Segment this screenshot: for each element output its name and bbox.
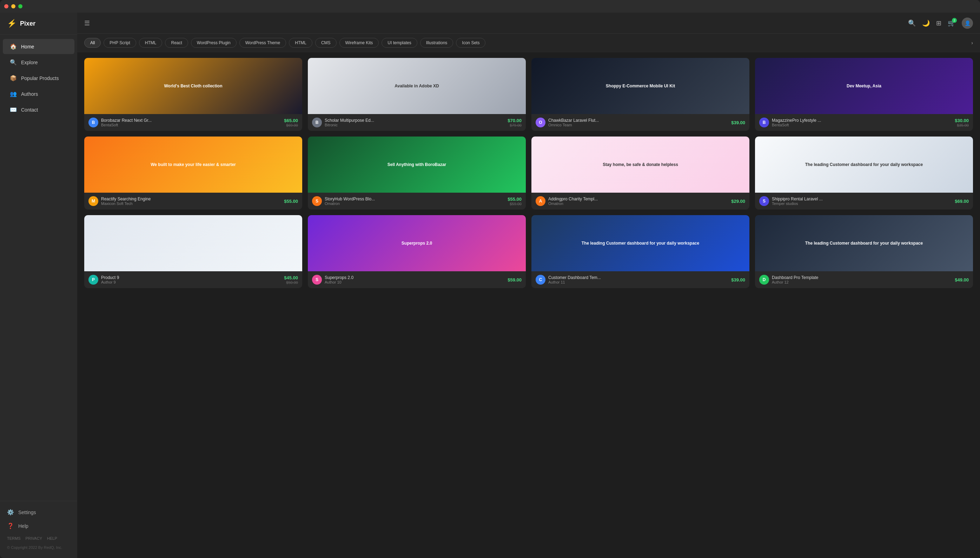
product-avatar-p1: B xyxy=(89,118,98,127)
product-card-p10[interactable]: Superprops 2.0 S Superprops 2.0 Author 1… xyxy=(308,215,526,288)
product-price-p9: $45.00 $50.00 xyxy=(284,275,298,285)
product-card-p8[interactable]: The leading Customer dashboard for your … xyxy=(755,136,973,210)
minimize-button[interactable] xyxy=(11,4,15,8)
app-window: ⚡ Pixer 🏠 Home 🔍 Explore 📦 Popular Produ… xyxy=(0,0,980,558)
sidebar-label-explore: Explore xyxy=(21,60,38,65)
filter-all[interactable]: All xyxy=(84,38,101,48)
price-current-p11: $39.00 xyxy=(731,277,745,282)
product-card-p1[interactable]: World's Best Cloth collection B Borobaza… xyxy=(84,58,302,131)
grid-icon[interactable]: ⊞ xyxy=(936,19,941,27)
price-original-p1: $69.00 xyxy=(284,123,298,127)
sidebar-item-contact[interactable]: ✉️ Contact xyxy=(3,102,74,117)
filter-ui[interactable]: UI templates xyxy=(382,38,417,48)
sidebar-item-explore[interactable]: 🔍 Explore xyxy=(3,55,74,70)
product-author-p3: Omnico Team xyxy=(548,123,728,127)
product-card-p5[interactable]: We built to make your life easier & smar… xyxy=(84,136,302,210)
product-thumb-p1: World's Best Cloth collection xyxy=(84,58,302,114)
filter-next-icon[interactable]: › xyxy=(971,40,973,46)
menu-icon[interactable]: ☰ xyxy=(84,19,90,27)
filter-cms[interactable]: CMS xyxy=(315,38,337,48)
product-card-p11[interactable]: The leading Customer dashboard for your … xyxy=(532,215,749,288)
filter-html[interactable]: HTML xyxy=(139,38,163,48)
product-info-p5: M Reactify Searching Engine Maxicon Soft… xyxy=(84,193,302,210)
product-name-p10: Superprops 2.0 xyxy=(325,275,505,280)
privacy-link[interactable]: PRIVACY xyxy=(26,536,42,540)
product-card-p2[interactable]: Available in Adobe XD B Scholar Multipur… xyxy=(308,58,526,131)
product-avatar-p9: P xyxy=(89,275,98,285)
price-original-p9: $50.00 xyxy=(284,281,298,285)
product-card-p9[interactable]: P Product 9 Author 9 $45.00 $50.00 xyxy=(84,215,302,288)
product-name-p5: Reactify Searching Engine xyxy=(101,197,281,202)
price-current-p5: $55.00 xyxy=(284,199,298,204)
filter-iconsets[interactable]: Icon Sets xyxy=(456,38,486,48)
search-icon[interactable]: 🔍 xyxy=(908,19,916,27)
product-info-p3: O ChawkBazar Laravel Flut... Omnico Team… xyxy=(532,114,749,131)
product-card-p7[interactable]: Stay home, be safe & donate helpless A A… xyxy=(532,136,749,210)
filter-wp-plugin[interactable]: WordPress Plugin xyxy=(191,38,236,48)
product-author-p5: Maxicon Soft Tech xyxy=(101,202,281,206)
topnav-right: 🔍 🌙 ⊞ 🛒 2 👤 xyxy=(908,18,973,29)
filter-php[interactable]: PHP Script xyxy=(103,38,136,48)
product-avatar-p2: B xyxy=(312,118,322,127)
sidebar-label-settings: Settings xyxy=(18,510,36,515)
product-price-p3: $39.00 xyxy=(731,120,745,125)
product-details-p11: Customer Dashboard Tem... Author 11 xyxy=(548,275,728,284)
product-avatar-p7: A xyxy=(536,196,545,206)
product-price-p6: $55.00 $59.00 xyxy=(507,197,522,206)
authors-icon: 👥 xyxy=(10,90,17,97)
contact-icon: ✉️ xyxy=(10,106,17,113)
product-author-p4: BentaSoft xyxy=(772,123,952,127)
sidebar-item-popular[interactable]: 📦 Popular Products xyxy=(3,71,74,85)
product-avatar-p4: B xyxy=(759,118,769,127)
help-link[interactable]: HELP xyxy=(47,536,57,540)
sidebar-copyright: © Copyright 2022 By RedQ, Inc. xyxy=(0,544,77,554)
topnav-left: ☰ xyxy=(84,19,90,27)
product-details-p12: Dashboard Pro Template Author 12 xyxy=(772,275,952,284)
product-thumb-p2: Available in Adobe XD xyxy=(308,58,526,114)
avatar-icon: 👤 xyxy=(965,20,970,26)
product-details-p9: Product 9 Author 9 xyxy=(101,275,281,284)
product-author-p6: Omatron xyxy=(325,202,505,206)
copyright-text: © Copyright 2022 By RedQ, Inc. xyxy=(7,545,62,550)
filter-illustrations[interactable]: Illustrations xyxy=(420,38,453,48)
popular-icon: 📦 xyxy=(10,75,17,81)
product-name-p7: Addingpro Charity Templ... xyxy=(548,197,728,202)
product-info-p2: B Scholar Multipurpose Ed... Bitronic $7… xyxy=(308,114,526,131)
avatar[interactable]: 👤 xyxy=(962,18,973,29)
product-price-p7: $29.00 xyxy=(731,199,745,204)
sidebar-item-authors[interactable]: 👥 Authors xyxy=(3,86,74,102)
maximize-button[interactable] xyxy=(18,4,23,8)
product-author-p1: BentaSoft xyxy=(101,123,281,127)
product-name-p11: Customer Dashboard Tem... xyxy=(548,275,728,280)
products-area: World's Best Cloth collection B Borobaza… xyxy=(77,52,980,558)
product-price-p4: $30.00 $35.00 xyxy=(955,118,969,127)
sidebar-item-help[interactable]: ❓ Help xyxy=(0,519,77,533)
product-info-p9: P Product 9 Author 9 $45.00 $50.00 xyxy=(84,271,302,288)
sidebar-item-home[interactable]: 🏠 Home xyxy=(3,39,74,54)
price-original-p2: $79.00 xyxy=(507,123,522,127)
product-card-p4[interactable]: Dev Meetup, Asia B MagazzinePro Lyfestyl… xyxy=(755,58,973,131)
terms-link[interactable]: TERMS xyxy=(7,536,21,540)
cart-icon[interactable]: 🛒 2 xyxy=(948,19,955,27)
app-title: Pixer xyxy=(20,20,35,27)
darkmode-icon[interactable]: 🌙 xyxy=(922,19,930,27)
product-info-p8: S Shippipro Rental Laravel ... Temper st… xyxy=(755,193,973,210)
product-card-p12[interactable]: The leading Customer dashboard for your … xyxy=(755,215,973,288)
filter-wp-theme[interactable]: WordPress Theme xyxy=(240,38,286,48)
product-author-p7: Omatron xyxy=(548,202,728,206)
close-button[interactable] xyxy=(4,4,8,8)
sidebar-item-settings[interactable]: ⚙️ Settings xyxy=(0,505,77,519)
price-current-p2: $70.00 xyxy=(507,118,522,123)
sidebar: ⚡ Pixer 🏠 Home 🔍 Explore 📦 Popular Produ… xyxy=(0,13,77,558)
product-avatar-p8: S xyxy=(759,196,769,206)
filter-react[interactable]: React xyxy=(165,38,188,48)
filterbar: All PHP Script HTML React WordPress Plug… xyxy=(77,34,980,52)
product-card-p3[interactable]: Shoppy E-Commerce Mobile UI Kit O ChawkB… xyxy=(532,58,749,131)
filter-html2[interactable]: HTML xyxy=(289,38,312,48)
product-card-p6[interactable]: Sell Anything with BoroBazar S StoryHub … xyxy=(308,136,526,210)
price-current-p4: $30.00 xyxy=(955,118,969,123)
filter-wireframe[interactable]: Wireframe Kits xyxy=(340,38,379,48)
product-avatar-p12: D xyxy=(759,275,769,285)
sidebar-footer: ⚙️ Settings ❓ Help TERMS PRIVACY HELP © … xyxy=(0,501,77,558)
product-thumb-p11: The leading Customer dashboard for your … xyxy=(532,215,749,271)
